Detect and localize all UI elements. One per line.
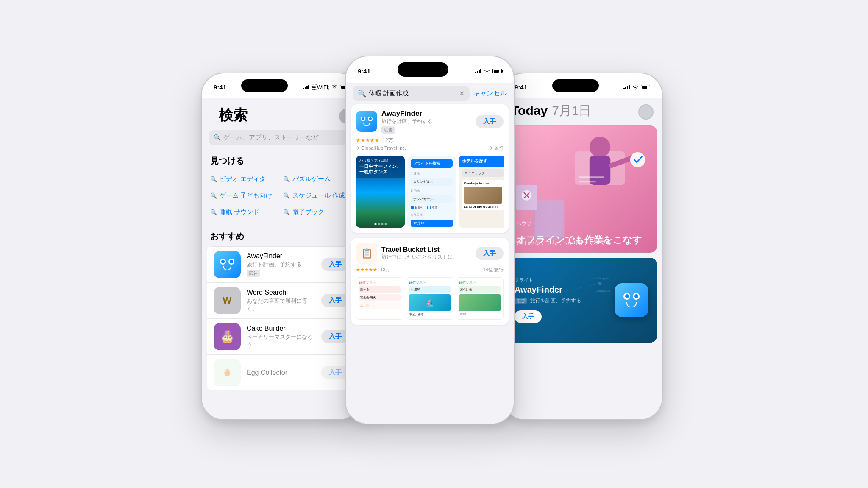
wifi-icon-r [632,85,639,90]
time-center: 9:41 [358,67,370,75]
search-icon-c: 🔍 [358,89,366,98]
status-bar-right: 9:41 [503,73,662,98]
cake-info: Cake Builder ベーカリーマスターになろう！ [247,325,315,349]
away-icon-card [615,283,648,317]
discover-label: 見つける [202,153,361,171]
status-bar-center: 9:41 [346,56,514,83]
svg-rect-11 [579,181,596,182]
phone-left: 9:41 WiFi; 検索 🔍 [201,73,362,420]
search-text: 休暇 計画作成 [369,89,456,98]
away-info: AwayFinder 旅行を計画、予約する 広告 [247,252,315,277]
battery-icon-r [641,85,650,89]
wifi-icon: WiFi; [312,84,338,90]
svg-point-2 [590,137,610,157]
travel-bucket-icon: 📋 [356,243,377,264]
signal-bars [303,85,309,89]
search-icon: 🔍 [214,134,221,141]
today-header: Today 7月1日 [503,98,662,125]
ad-stars: ★★★★★ 12万 [356,137,504,144]
svg-rect-7 [535,199,564,237]
get-button-ad[interactable]: 入手 [476,115,504,128]
travel-bucket-card[interactable]: 📋 Travel Bucket List 旅行中にしたいことをリストに。 入手 … [351,238,509,325]
today-screen: Today 7月1日 [503,98,662,419]
wordsearch-info: Word Search あなたの言葉で勝利に導く。 [247,289,315,312]
screenshot-flight: フライトを検索 出発地 ロサンゼルス 目的地 デンバサール 日帰り 片道 [407,156,456,228]
away-card[interactable]: Land of the Gods Inn Los Angeles Denpasa… [508,258,657,343]
recommended-label: おすすめ [202,229,361,246]
away-icon-center [356,111,377,132]
dynamic-island-left [241,79,288,92]
travel-bucket-meta: ★★★★★ 13万 14位 旅行 [356,267,504,273]
discover-item-1[interactable]: 🔍 ビデオ エディタ [209,171,281,187]
time-right: 9:41 [515,84,527,91]
cake-icon: 🎂 [214,323,241,350]
discover-item-6[interactable]: 🔍 電子ブック [281,204,354,220]
discover-item-5[interactable]: 🔍 睡眠 サウンド [209,204,281,220]
signal-bars-c [475,69,481,73]
featured-card-inner: ハウツー オフラインでも作業をこなす Wi-Fiがなくてもしっかり使えるアプリ。 [508,125,657,253]
phone-right: 9:41 Today 7月1日 [502,73,663,420]
away-icon [214,251,241,278]
egg-icon: 🥚 [214,359,241,386]
search-bar-active: 🔍 休暇 計画作成 ✕ キャンセル [346,83,514,104]
ad-app-header: AwayFinder 旅行を計画、予約する 広告 入手 [356,109,504,134]
away-card-label: フライト [515,277,650,283]
app-item-wordsearch[interactable]: W Word Search あなたの言葉で勝利に導く。 入手 [207,283,356,319]
battery-icon-c [492,69,502,73]
discover-item-3[interactable]: 🔍 ゲーム 子ども向け [209,187,281,204]
signal-bars-r [623,85,630,89]
discover-item-2[interactable]: 🔍 パズルゲーム [281,171,354,187]
travel-bucket-header: 📋 Travel Bucket List 旅行中にしたいことをリストに。 入手 [356,243,504,264]
status-bar-left: 9:41 WiFi; [202,73,361,98]
screenshot-hotel: ホテルを探す スミニャック Kamboja House Land of the … [459,156,504,228]
app-item-away[interactable]: AwayFinder 旅行を計画、予約する 広告 入手 [207,246,356,283]
phone-center: 9:41 🔍 休暇 計画作成 ✕ [345,56,515,424]
cancel-button[interactable]: キャンセル [473,89,507,98]
wifi-icon-c [484,69,490,74]
discover-item-4[interactable]: 🔍 スケジュール 作成 [281,187,354,204]
svg-point-5 [630,152,645,167]
ad-result-card[interactable]: AwayFinder 旅行を計画、予約する 広告 入手 ★★★★★ 12万 ✈ … [351,104,509,233]
get-button-travel[interactable]: 入手 [476,247,504,260]
ad-app-info: AwayFinder 旅行を計画、予約する 広告 [381,109,471,134]
mini-ss-2: 旅行リスト ＋ 追加 ⛵ 中区、香港 [406,277,453,320]
status-icons-center [475,69,502,74]
featured-illustration [508,125,657,253]
search-input-bar[interactable]: 🔍 ゲーム、アプリ、ストーリーなど 🎙 [209,130,354,145]
app-list: AwayFinder 旅行を計画、予約する 広告 入手 W Word Searc… [207,246,356,390]
avatar-right[interactable] [638,104,654,120]
travel-bucket-screenshots: 旅行リスト 調べる 富士山/噴火 ⚠ 山岳 旅行リスト ＋ 追加 ⛵ 中区、香港… [356,277,504,320]
ad-meta: ✈ GlobalHub Travel Inc. ✈ 旅行 [356,145,504,151]
status-icons-left: WiFi; [303,84,349,90]
center-screen: 🔍 休暇 計画作成 ✕ キャンセル [346,83,514,424]
discover-grid: 🔍 ビデオ エディタ 🔍 パズルゲーム 🔍 ゲーム 子ども向け 🔍 スケジュール… [202,171,361,220]
screenshots-row: バリ島での7日間 一日中サーフィン、一晩中ダンス フライ [356,156,504,228]
mini-ss-1: 旅行リスト 調べる 富士山/噴火 ⚠ 山岳 [356,277,403,320]
search-screen: 検索 🔍 ゲーム、アプリ、ストーリーなど 🎙 見つける 🔍 ビデオ エディタ 🔍… [202,98,361,419]
svg-rect-3 [590,155,610,184]
screenshot-bali: バリ島での7日間 一日中サーフィン、一晩中ダンス [356,156,405,228]
mini-ss-3: 旅行リスト 旅の計画 04:01 [456,277,504,320]
away-card-get-button[interactable]: 入手 [515,310,542,323]
status-icons-right [623,85,650,90]
wordsearch-icon: W [214,287,241,314]
featured-card[interactable]: ハウツー オフラインでも作業をこなす Wi-Fiがなくてもしっかり使えるアプリ。 [508,125,657,253]
app-item-egg[interactable]: 🥚 Egg Collector 入手 [207,355,356,390]
clear-button[interactable]: ✕ [459,89,465,98]
today-title-row: Today 7月1日 [511,102,592,120]
dynamic-island-center [398,62,448,77]
svg-rect-10 [579,176,604,178]
dynamic-island-right [552,79,599,92]
time-left: 9:41 [214,84,226,91]
search-placeholder: ゲーム、アプリ、ストーリーなど [223,134,341,142]
app-item-cake[interactable]: 🎂 Cake Builder ベーカリーマスターになろう！ 入手 [207,319,356,355]
search-title: 検索 [210,102,256,130]
travel-bucket-info: Travel Bucket List 旅行中にしたいことをリストに。 [381,246,471,261]
search-field[interactable]: 🔍 休暇 計画作成 ✕ [353,86,470,101]
